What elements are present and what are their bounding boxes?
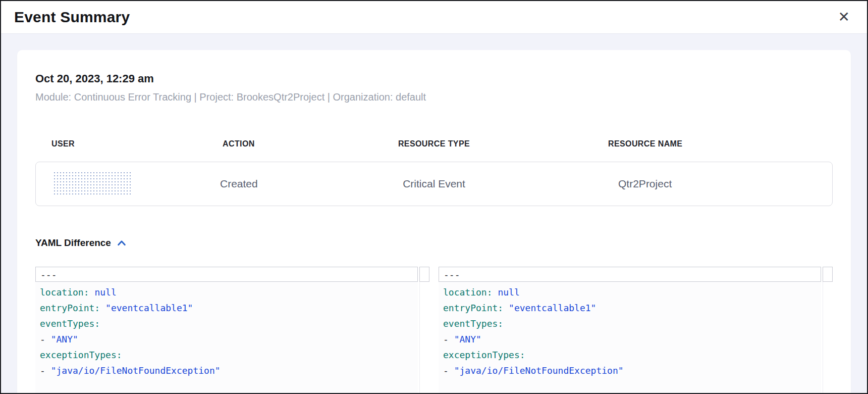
cell-action: Created — [147, 178, 331, 190]
yaml-code-line: - "java/io/FileNotFoundException" — [443, 363, 821, 378]
user-redacted-pattern — [53, 171, 132, 196]
yaml-code-line: - "ANY" — [40, 331, 418, 347]
cell-resource-type: Critical Event — [331, 178, 537, 190]
yaml-code-line: - "ANY" — [443, 331, 821, 347]
chevron-up-icon[interactable] — [116, 238, 127, 248]
yaml-code-line: exceptionTypes: — [443, 347, 821, 363]
yaml-code-line: exceptionTypes: — [40, 347, 418, 363]
yaml-code-line: eventTypes: — [443, 316, 821, 331]
cell-user — [36, 171, 147, 196]
modal-body: Oct 20, 2023, 12:29 am Module: Continuou… — [1, 33, 867, 393]
diff-scrollbar-corner — [419, 267, 429, 282]
event-table-headers: USER ACTION RESOURCE TYPE RESOURCE NAME — [35, 139, 833, 149]
yaml-code-line: eventTypes: — [40, 316, 418, 331]
yaml-code-line: location: null — [443, 284, 821, 300]
yaml-code-original: location: nullentryPoint: "eventcallable… — [35, 282, 418, 393]
diff-panel-main: location: nullentryPoint: "eventcallable… — [35, 282, 429, 393]
diff-scrollbar[interactable] — [823, 282, 833, 393]
diff-panel-top: --- — [439, 267, 833, 282]
yaml-code-line: location: null — [40, 284, 418, 300]
column-header-resource-name: RESOURCE NAME — [537, 139, 753, 149]
yaml-difference-toggle[interactable]: YAML Difference — [35, 237, 127, 249]
diff-panel-top: --- — [35, 267, 429, 282]
diff-first-line: --- — [35, 267, 418, 282]
event-timestamp: Oct 20, 2023, 12:29 am — [35, 72, 833, 85]
modal-header: Event Summary ✕ — [1, 1, 867, 33]
yaml-diff-panel-modified: --- location: nullentryPoint: "eventcall… — [439, 267, 833, 393]
yaml-difference-label: YAML Difference — [35, 237, 111, 249]
yaml-diff-container: --- location: nullentryPoint: "eventcall… — [35, 267, 833, 393]
diff-first-line: --- — [439, 267, 821, 282]
close-button[interactable]: ✕ — [836, 9, 852, 25]
column-header-action: ACTION — [147, 139, 330, 149]
diff-panel-main: location: nullentryPoint: "eventcallable… — [439, 282, 833, 393]
cell-resource-name: Qtr2Project — [537, 178, 752, 190]
event-card: Oct 20, 2023, 12:29 am Module: Continuou… — [17, 50, 851, 393]
yaml-code-line: - "java/io/FileNotFoundException" — [40, 363, 418, 378]
event-table-row: Created Critical Event Qtr2Project — [35, 162, 833, 206]
yaml-code-modified: location: nullentryPoint: "eventcallable… — [439, 282, 821, 393]
diff-scrollbar[interactable] — [419, 282, 429, 393]
event-meta: Module: Continuous Error Tracking | Proj… — [35, 91, 833, 103]
diff-scrollbar-corner — [823, 267, 833, 282]
column-header-user: USER — [35, 139, 147, 149]
column-header-resource-type: RESOURCE TYPE — [331, 139, 538, 149]
modal-title: Event Summary — [14, 9, 130, 26]
close-icon: ✕ — [838, 9, 850, 25]
event-summary-modal: Event Summary ✕ Oct 20, 2023, 12:29 am M… — [0, 0, 868, 394]
yaml-diff-panel-original: --- location: nullentryPoint: "eventcall… — [35, 267, 429, 393]
yaml-code-line: entryPoint: "eventcallable1" — [40, 300, 418, 316]
yaml-code-line: entryPoint: "eventcallable1" — [443, 300, 821, 316]
